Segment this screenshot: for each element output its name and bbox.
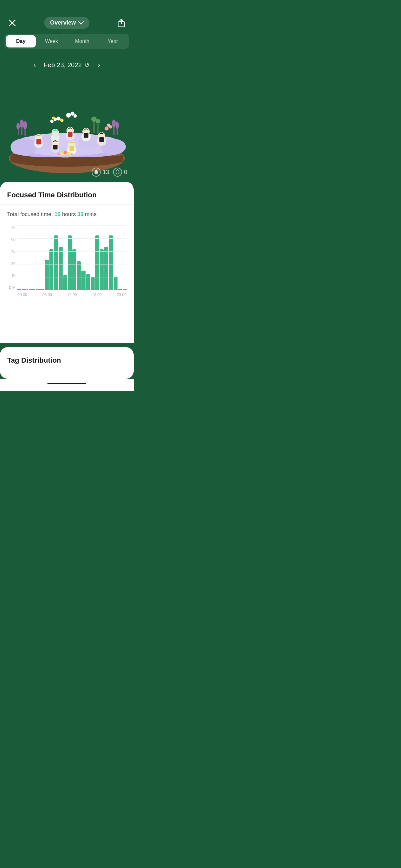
focused-time-chart: 75 60 45 30 15 0 M	[7, 225, 127, 297]
y-label-75: 75	[7, 225, 16, 230]
svg-point-27	[96, 119, 100, 123]
svg-point-23	[73, 114, 77, 118]
chart-bar	[118, 289, 122, 290]
tab-week[interactable]: Week	[36, 35, 66, 48]
y-label-60: 60	[7, 237, 16, 242]
total-label: Total focused time:	[7, 211, 54, 217]
svg-point-19	[60, 119, 63, 122]
chart-bar	[50, 249, 53, 290]
status-bar	[0, 0, 134, 14]
island-illustration	[4, 82, 130, 175]
svg-point-13	[23, 121, 27, 129]
tag-distribution-title: Tag Distribution	[7, 356, 127, 365]
tag-distribution-card: Tag Distribution	[0, 347, 134, 379]
tab-day[interactable]: Day	[6, 35, 36, 48]
x-label-1200: 12:00	[67, 292, 77, 297]
svg-point-60	[58, 153, 59, 155]
x-label-2300: 23:00	[117, 292, 127, 297]
chart-bars	[18, 225, 127, 290]
chart-bar	[36, 289, 40, 290]
svg-point-32	[112, 120, 116, 128]
chart-y-axis: 75 60 45 30 15 0 M	[7, 225, 18, 290]
svg-point-28	[104, 127, 109, 130]
overview-dropdown-button[interactable]: Overview	[44, 17, 89, 29]
close-button[interactable]	[6, 17, 18, 29]
chart-bar	[54, 236, 58, 290]
island-scene: 13 0	[0, 72, 134, 182]
badge-empty: 0	[113, 167, 127, 177]
date-label: Feb 23, 2022 ↺	[44, 61, 90, 69]
date-navigation: ‹ Feb 23, 2022 ↺ ›	[0, 54, 134, 72]
badge-filled-count: 13	[103, 169, 109, 176]
chart-bar	[63, 275, 67, 290]
svg-point-15	[17, 123, 20, 130]
svg-point-11	[20, 120, 24, 128]
svg-rect-43	[68, 132, 72, 136]
chart-bar	[59, 247, 63, 290]
svg-rect-26	[97, 124, 98, 134]
share-button[interactable]	[116, 17, 127, 29]
next-date-button[interactable]: ›	[95, 58, 103, 72]
svg-point-16	[50, 120, 54, 123]
total-hours: 10	[54, 211, 60, 217]
tabs-container: Day Week Month Year	[0, 34, 134, 54]
chart-bar	[77, 261, 81, 290]
hours-label: hours	[62, 211, 77, 217]
chart-bar	[18, 289, 21, 290]
y-label-45: 45	[7, 249, 16, 254]
svg-rect-40	[53, 134, 58, 138]
y-label-30: 30	[7, 261, 16, 266]
svg-rect-55	[69, 146, 74, 151]
tab-month[interactable]: Month	[67, 35, 97, 48]
x-label-0600: 06:00	[42, 292, 52, 297]
chart-bar	[68, 236, 72, 290]
badge-empty-count: 0	[124, 169, 127, 176]
chart-bar	[95, 236, 99, 290]
focused-time-title: Focused Time Distribution	[7, 191, 127, 199]
chart-bar	[72, 249, 76, 290]
chart-bars-area	[18, 225, 127, 290]
badge-filled: 13	[92, 167, 109, 177]
current-date: Feb 23, 2022	[44, 61, 82, 69]
refresh-button[interactable]: ↺	[84, 61, 90, 69]
y-label-15: 15	[7, 274, 16, 278]
focused-total-text: Total focused time: 10 hours 35 mins	[7, 211, 127, 218]
chart-bar	[22, 289, 26, 290]
svg-point-20	[52, 117, 55, 119]
bottom-indicator-container	[0, 379, 134, 391]
svg-rect-46	[84, 133, 88, 137]
chart-x-axis: 00:00 06:00 12:00 18:00 23:00	[18, 292, 127, 297]
prev-date-button[interactable]: ‹	[31, 58, 39, 72]
svg-point-59	[67, 152, 70, 155]
chart-bar	[27, 289, 30, 290]
period-tabs: Day Week Month Year	[4, 34, 129, 49]
x-label-0000: 00:00	[18, 292, 27, 297]
chart-bar	[91, 277, 95, 290]
chart-bar	[104, 247, 108, 290]
main-card: Focused Time Distribution Total focused …	[0, 182, 134, 343]
home-indicator	[48, 383, 86, 384]
svg-rect-24	[93, 122, 95, 133]
svg-point-21	[66, 113, 71, 118]
chart-bar	[109, 236, 113, 290]
svg-point-34	[116, 121, 119, 129]
badge-filled-icon	[92, 167, 101, 177]
tab-year[interactable]: Year	[98, 35, 128, 48]
chart-bar	[123, 289, 127, 290]
badges: 13 0	[92, 167, 127, 177]
svg-point-57	[61, 152, 63, 155]
svg-point-61	[71, 153, 73, 155]
x-label-1800: 18:00	[92, 292, 102, 297]
svg-rect-49	[99, 137, 104, 142]
y-label-0: 0 M	[7, 285, 16, 290]
mins-label: mins	[85, 211, 96, 217]
chart-bar	[45, 259, 49, 290]
chart-bar	[114, 277, 118, 290]
chart-bar	[86, 274, 90, 290]
total-mins: 35	[77, 211, 83, 217]
svg-rect-52	[53, 145, 58, 149]
svg-point-5	[11, 138, 37, 155]
chart-bar	[40, 289, 44, 290]
svg-rect-37	[36, 139, 41, 144]
header-title: Overview	[50, 20, 76, 26]
